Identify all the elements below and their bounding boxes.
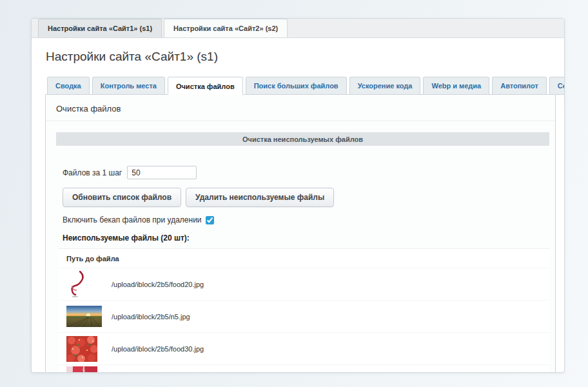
- thumbnail-watermelon-image: [59, 366, 112, 373]
- file-path: /upload/iblock/2b5/food30.jpg: [112, 345, 204, 353]
- thumbnail-strawberries-image: [59, 336, 112, 362]
- files-per-step-input[interactable]: [127, 166, 197, 179]
- table-row: /upload/iblock/2b5/food03.jpg: [59, 364, 549, 373]
- table-row: /upload/iblock/2b5/food20.jpg: [59, 268, 549, 300]
- file-path: /upload/iblock/2b5/food20.jpg: [112, 281, 204, 288]
- window-tab-site1[interactable]: Настройки сайта «Сайт1» (s1): [38, 19, 162, 37]
- tab-server[interactable]: Сервер: [549, 77, 565, 95]
- panel-heading: Очистка файлов: [46, 95, 555, 121]
- column-header-path: Путь до файла: [59, 249, 549, 268]
- tab-svodka[interactable]: Сводка: [47, 77, 90, 95]
- table-row: /upload/iblock/2b5/food30.jpg: [59, 332, 549, 364]
- divider: [46, 121, 555, 121]
- tab-webp-i-media[interactable]: Webp и медиа: [423, 77, 489, 95]
- thumbnail-wine-glass-image: [59, 270, 112, 299]
- backup-checkbox[interactable]: [206, 216, 214, 224]
- tab-poisk-bolshih-faylov[interactable]: Поиск больших файлов: [246, 77, 347, 95]
- unused-files-table: Путь до файла /upload/iblock/2b5/food20.…: [59, 248, 549, 373]
- section-header-bar: Очистка неиспользуемых файлов: [56, 132, 549, 146]
- tab-kontrol-mesta[interactable]: Контроль места: [92, 77, 165, 95]
- window-tab-strip: Настройки сайта «Сайт1» (s1) Настройки с…: [32, 19, 564, 38]
- settings-tab-strip: Сводка Контроль места Очистка файлов Пои…: [45, 76, 556, 94]
- files-per-step-label: Файлов за 1 шаг: [63, 168, 122, 177]
- refresh-file-list-button[interactable]: Обновить список файлов: [63, 188, 181, 207]
- tab-ochistka-faylov[interactable]: Очистка файлов: [168, 77, 243, 95]
- unused-files-title: Неиспользуемые файлы (20 шт):: [63, 233, 555, 243]
- settings-window: Настройки сайта «Сайт1» (s1) Настройки с…: [31, 18, 565, 373]
- table-row: /upload/iblock/2b5/n5.jpg: [59, 300, 549, 332]
- thumbnail-field-sunset-image: [59, 306, 112, 327]
- page-header: Настройки сайта «Сайт1» (s1): [32, 38, 564, 72]
- page-title: Настройки сайта «Сайт1» (s1): [46, 50, 550, 64]
- window-tab-site2[interactable]: Настройки сайта «Сайт2» (s2): [164, 19, 288, 37]
- tab-avtopilot[interactable]: Автопилот: [492, 77, 547, 95]
- delete-unused-files-button[interactable]: Удалить неиспользуемые файлы: [186, 188, 334, 207]
- tab-panel: Очистка файлов Очистка неиспользуемых фа…: [45, 94, 556, 373]
- file-path: /upload/iblock/2b5/n5.jpg: [112, 313, 190, 321]
- backup-checkbox-label: Включить бекап файлов при удалении: [63, 215, 202, 224]
- tab-uskorenie-koda[interactable]: Ускорение кода: [349, 77, 421, 95]
